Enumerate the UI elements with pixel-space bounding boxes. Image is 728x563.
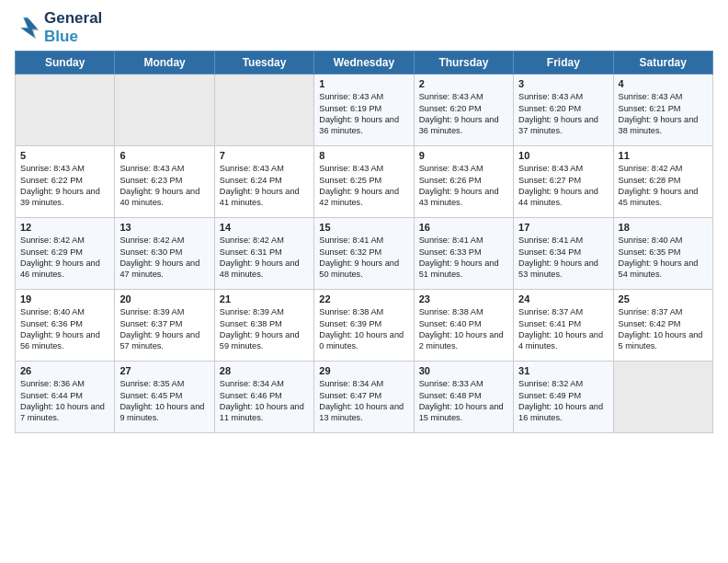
weekday-header-tuesday: Tuesday [214,52,313,75]
week-row-4: 19Sunrise: 8:40 AM Sunset: 6:36 PM Dayli… [16,290,713,362]
day-number: 7 [220,150,309,161]
calendar-cell [115,75,214,146]
calendar-cell: 23Sunrise: 8:38 AM Sunset: 6:40 PM Dayli… [414,290,513,362]
weekday-header-thursday: Thursday [414,52,513,75]
day-number: 27 [119,365,209,376]
week-row-2: 5Sunrise: 8:43 AM Sunset: 6:22 PM Daylig… [16,146,713,218]
calendar-cell: 30Sunrise: 8:33 AM Sunset: 6:48 PM Dayli… [414,362,513,433]
day-number: 24 [518,293,608,304]
day-number: 3 [518,78,608,89]
day-number: 2 [419,78,508,89]
day-number: 9 [419,150,508,161]
cell-content: Sunrise: 8:38 AM Sunset: 6:40 PM Dayligh… [419,306,508,352]
cell-content: Sunrise: 8:35 AM Sunset: 6:45 PM Dayligh… [119,378,209,424]
day-number: 12 [20,222,109,233]
calendar-cell: 16Sunrise: 8:41 AM Sunset: 6:33 PM Dayli… [414,218,513,290]
day-number: 20 [119,293,209,304]
cell-content: Sunrise: 8:40 AM Sunset: 6:36 PM Dayligh… [20,306,109,352]
calendar-cell: 4Sunrise: 8:43 AM Sunset: 6:21 PM Daylig… [613,75,712,146]
calendar-cell: 3Sunrise: 8:43 AM Sunset: 6:20 PM Daylig… [514,75,613,146]
day-number: 5 [20,150,109,161]
calendar-cell: 13Sunrise: 8:42 AM Sunset: 6:30 PM Dayli… [115,218,214,290]
calendar-cell: 24Sunrise: 8:37 AM Sunset: 6:41 PM Dayli… [514,290,613,362]
logo-text: General Blue [44,9,102,45]
calendar-cell: 7Sunrise: 8:43 AM Sunset: 6:24 PM Daylig… [214,146,313,218]
cell-content: Sunrise: 8:42 AM Sunset: 6:29 PM Dayligh… [20,235,109,281]
weekday-header-row: SundayMondayTuesdayWednesdayThursdayFrid… [16,52,713,75]
cell-content: Sunrise: 8:42 AM Sunset: 6:31 PM Dayligh… [220,235,309,281]
cell-content: Sunrise: 8:43 AM Sunset: 6:22 PM Dayligh… [20,163,109,209]
cell-content: Sunrise: 8:43 AM Sunset: 6:21 PM Dayligh… [619,91,708,137]
cell-content: Sunrise: 8:43 AM Sunset: 6:26 PM Dayligh… [419,163,508,209]
day-number: 19 [20,293,109,304]
calendar-cell: 27Sunrise: 8:35 AM Sunset: 6:45 PM Dayli… [115,362,214,433]
calendar-cell: 14Sunrise: 8:42 AM Sunset: 6:31 PM Dayli… [214,218,313,290]
cell-content: Sunrise: 8:34 AM Sunset: 6:46 PM Dayligh… [220,378,309,424]
page-container: General Blue SundayMondayTuesdayWednesda… [0,0,728,442]
cell-content: Sunrise: 8:43 AM Sunset: 6:27 PM Dayligh… [518,163,608,209]
cell-content: Sunrise: 8:37 AM Sunset: 6:42 PM Dayligh… [619,306,708,352]
calendar-cell: 17Sunrise: 8:41 AM Sunset: 6:34 PM Dayli… [514,218,613,290]
weekday-header-monday: Monday [115,52,214,75]
calendar-cell: 29Sunrise: 8:34 AM Sunset: 6:47 PM Dayli… [314,362,414,433]
cell-content: Sunrise: 8:42 AM Sunset: 6:28 PM Dayligh… [619,163,708,209]
cell-content: Sunrise: 8:33 AM Sunset: 6:48 PM Dayligh… [419,378,508,424]
calendar-cell: 12Sunrise: 8:42 AM Sunset: 6:29 PM Dayli… [16,218,115,290]
cell-content: Sunrise: 8:43 AM Sunset: 6:24 PM Dayligh… [220,163,309,209]
calendar-table: SundayMondayTuesdayWednesdayThursdayFrid… [15,51,713,433]
day-number: 30 [419,365,508,376]
weekday-header-saturday: Saturday [613,52,712,75]
logo-icon [15,15,40,40]
calendar-cell: 20Sunrise: 8:39 AM Sunset: 6:37 PM Dayli… [115,290,214,362]
day-number: 8 [319,150,408,161]
day-number: 4 [619,78,708,89]
cell-content: Sunrise: 8:41 AM Sunset: 6:34 PM Dayligh… [518,235,608,281]
cell-content: Sunrise: 8:40 AM Sunset: 6:35 PM Dayligh… [619,235,708,281]
day-number: 13 [119,222,209,233]
calendar-cell: 28Sunrise: 8:34 AM Sunset: 6:46 PM Dayli… [214,362,313,433]
calendar-cell: 31Sunrise: 8:32 AM Sunset: 6:49 PM Dayli… [514,362,613,433]
day-number: 10 [518,150,608,161]
day-number: 16 [419,222,508,233]
cell-content: Sunrise: 8:37 AM Sunset: 6:41 PM Dayligh… [518,306,608,352]
calendar-cell: 8Sunrise: 8:43 AM Sunset: 6:25 PM Daylig… [314,146,414,218]
cell-content: Sunrise: 8:43 AM Sunset: 6:19 PM Dayligh… [319,91,408,137]
weekday-header-sunday: Sunday [16,52,115,75]
day-number: 11 [619,150,708,161]
day-number: 18 [619,222,708,233]
cell-content: Sunrise: 8:41 AM Sunset: 6:32 PM Dayligh… [319,235,408,281]
calendar-cell: 22Sunrise: 8:38 AM Sunset: 6:39 PM Dayli… [314,290,414,362]
calendar-cell: 25Sunrise: 8:37 AM Sunset: 6:42 PM Dayli… [613,290,712,362]
cell-content: Sunrise: 8:43 AM Sunset: 6:20 PM Dayligh… [419,91,508,137]
day-number: 22 [319,293,408,304]
cell-content: Sunrise: 8:43 AM Sunset: 6:25 PM Dayligh… [319,163,408,209]
cell-content: Sunrise: 8:38 AM Sunset: 6:39 PM Dayligh… [319,306,408,352]
cell-content: Sunrise: 8:42 AM Sunset: 6:30 PM Dayligh… [119,235,209,281]
calendar-cell: 15Sunrise: 8:41 AM Sunset: 6:32 PM Dayli… [314,218,414,290]
calendar-cell: 9Sunrise: 8:43 AM Sunset: 6:26 PM Daylig… [414,146,513,218]
cell-content: Sunrise: 8:34 AM Sunset: 6:47 PM Dayligh… [319,378,408,424]
calendar-cell: 19Sunrise: 8:40 AM Sunset: 6:36 PM Dayli… [16,290,115,362]
cell-content: Sunrise: 8:39 AM Sunset: 6:38 PM Dayligh… [220,306,309,352]
day-number: 23 [419,293,508,304]
day-number: 14 [220,222,309,233]
header: General Blue [15,9,713,45]
day-number: 1 [319,78,408,89]
weekday-header-friday: Friday [514,52,613,75]
day-number: 21 [220,293,309,304]
cell-content: Sunrise: 8:43 AM Sunset: 6:20 PM Dayligh… [518,91,608,137]
day-number: 15 [319,222,408,233]
day-number: 25 [619,293,708,304]
day-number: 28 [220,365,309,376]
cell-content: Sunrise: 8:32 AM Sunset: 6:49 PM Dayligh… [518,378,608,424]
weekday-header-wednesday: Wednesday [314,52,414,75]
calendar-cell [613,362,712,433]
calendar-cell: 5Sunrise: 8:43 AM Sunset: 6:22 PM Daylig… [16,146,115,218]
logo: General Blue [15,9,102,45]
cell-content: Sunrise: 8:36 AM Sunset: 6:44 PM Dayligh… [20,378,109,424]
week-row-3: 12Sunrise: 8:42 AM Sunset: 6:29 PM Dayli… [16,218,713,290]
cell-content: Sunrise: 8:41 AM Sunset: 6:33 PM Dayligh… [419,235,508,281]
calendar-cell: 10Sunrise: 8:43 AM Sunset: 6:27 PM Dayli… [514,146,613,218]
week-row-5: 26Sunrise: 8:36 AM Sunset: 6:44 PM Dayli… [16,362,713,433]
calendar-cell: 2Sunrise: 8:43 AM Sunset: 6:20 PM Daylig… [414,75,513,146]
